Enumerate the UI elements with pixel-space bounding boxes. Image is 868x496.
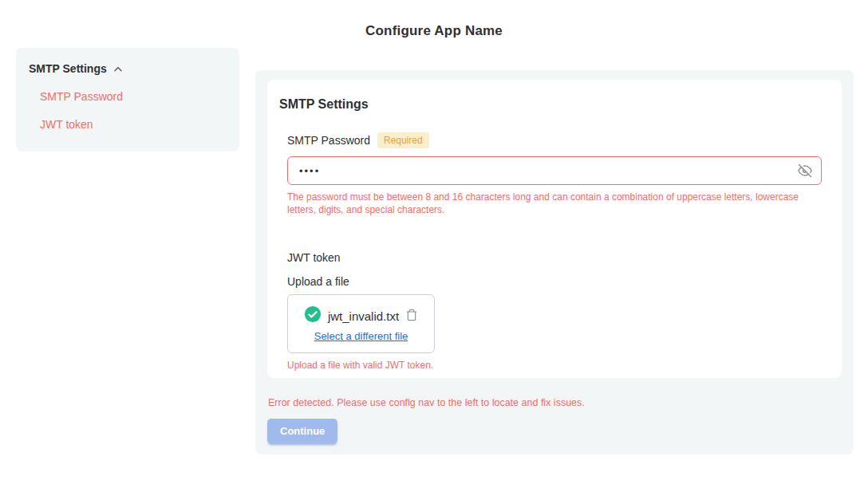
sidebar-item-smtp-password[interactable]: SMTP Password <box>29 90 227 103</box>
delete-file-button[interactable] <box>405 308 418 325</box>
check-circle-icon <box>304 305 322 326</box>
smtp-password-input[interactable] <box>287 156 822 185</box>
config-nav-sidebar: SMTP Settings SMTP Password JWT token <box>16 48 239 152</box>
config-panel: SMTP Settings SMTP Password Required Th <box>255 70 854 455</box>
jwt-token-group: JWT token Upload a file jwt_invalid.txt <box>287 251 822 372</box>
continue-button[interactable]: Continue <box>267 419 337 443</box>
password-input-wrap <box>287 156 822 185</box>
trash-icon <box>405 308 418 325</box>
jwt-error-text: Upload a file with valid JWT token. <box>287 359 814 372</box>
page-title: Configure App Name <box>0 23 868 39</box>
sidebar-section-smtp-settings[interactable]: SMTP Settings <box>29 62 227 75</box>
select-different-file-link[interactable]: Select a different file <box>314 330 408 342</box>
jwt-token-label: JWT token <box>287 251 822 264</box>
eye-off-icon <box>798 168 812 180</box>
smtp-password-group: SMTP Password Required The password must… <box>287 132 822 216</box>
sidebar-section-label: SMTP Settings <box>29 62 107 75</box>
required-badge: Required <box>377 132 429 148</box>
file-upload-box: jwt_invalid.txt Select a different file <box>287 294 435 353</box>
smtp-password-label: SMTP Password <box>287 134 370 147</box>
chevron-up-icon <box>112 63 124 75</box>
toggle-password-visibility-button[interactable] <box>798 163 812 178</box>
card-title: SMTP Settings <box>279 97 830 112</box>
smtp-settings-card: SMTP Settings SMTP Password Required Th <box>267 80 842 378</box>
sidebar-item-jwt-token[interactable]: JWT token <box>29 118 227 131</box>
password-error-text: The password must be between 8 and 16 ch… <box>287 191 814 216</box>
uploaded-file-name: jwt_invalid.txt <box>328 309 399 323</box>
form-error-text: Error detected. Please use config nav to… <box>268 397 842 408</box>
upload-file-label: Upload a file <box>287 275 822 288</box>
